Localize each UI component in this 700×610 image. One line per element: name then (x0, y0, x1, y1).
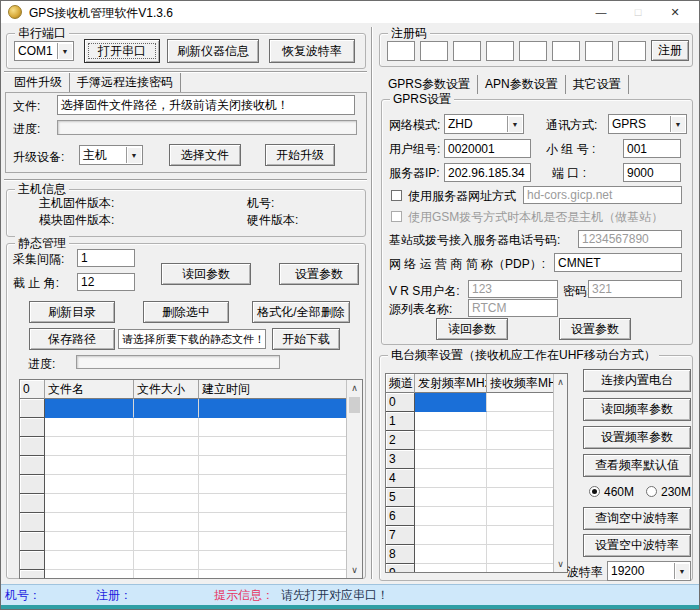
reg-code-box[interactable] (585, 41, 613, 61)
table-cell[interactable] (134, 551, 199, 570)
row-header-cell[interactable] (20, 399, 45, 418)
table-cell[interactable] (199, 456, 347, 475)
com-port-select[interactable]: COM1 ▼ (14, 41, 74, 61)
file-table-row[interactable] (20, 532, 362, 551)
table-cell[interactable] (415, 431, 487, 450)
row-header-cell[interactable] (20, 570, 45, 579)
start-download-button[interactable]: 开始下载 (272, 328, 340, 350)
port-input[interactable]: 9000 (623, 163, 681, 182)
table-cell[interactable] (199, 532, 347, 551)
file-table-row[interactable] (20, 570, 362, 579)
reg-code-box[interactable] (420, 41, 448, 61)
connect-radio-button[interactable]: 连接内置电台 (583, 369, 691, 392)
row-header-cell[interactable] (20, 437, 45, 456)
table-cell[interactable] (487, 393, 555, 412)
table-cell[interactable] (415, 488, 487, 507)
radio-460m[interactable] (589, 486, 600, 497)
comm-mode-select[interactable]: GPRS ▼ (608, 114, 687, 134)
table-cell[interactable] (45, 532, 134, 551)
scroll-up-icon[interactable]: ∧ (554, 374, 567, 390)
static-set-button[interactable]: 设置参数 (279, 263, 359, 285)
set-freq-button[interactable]: 设置频率参数 (583, 426, 691, 449)
close-button[interactable]: ✕ (658, 1, 692, 23)
channel-header-cell[interactable]: 4 (386, 469, 415, 488)
row-header-cell[interactable] (20, 513, 45, 532)
channel-header-cell[interactable]: 9 (386, 564, 415, 573)
file-table-row[interactable] (20, 551, 362, 570)
table-cell[interactable] (134, 494, 199, 513)
server-ip-input[interactable]: 202.96.185.34 (444, 163, 531, 182)
table-cell[interactable] (45, 399, 134, 418)
query-air-baud-button[interactable]: 查询空中波特率 (583, 507, 691, 530)
table-cell[interactable] (45, 513, 134, 532)
chevron-down-icon[interactable]: ▼ (57, 43, 72, 59)
table-cell[interactable] (487, 545, 555, 564)
tab-other-settings[interactable]: 其它设置 (566, 75, 629, 94)
table-cell[interactable] (134, 437, 199, 456)
table-cell[interactable] (45, 437, 134, 456)
channel-header-cell[interactable]: 7 (386, 526, 415, 545)
table-cell[interactable] (134, 475, 199, 494)
channel-header-cell[interactable]: 3 (386, 450, 415, 469)
minimize-button[interactable]: — (584, 1, 618, 23)
chevron-down-icon[interactable]: ▼ (674, 563, 689, 579)
start-upgrade-button[interactable]: 开始升级 (265, 144, 335, 166)
radio-table-scrollbar[interactable]: ∧ ∨ (553, 374, 567, 572)
table-cell[interactable] (199, 494, 347, 513)
table-cell[interactable] (487, 488, 555, 507)
channel-header-cell[interactable]: 1 (386, 412, 415, 431)
table-cell[interactable] (134, 570, 199, 579)
table-cell[interactable] (487, 507, 555, 526)
tab-firmware-upgrade[interactable]: 固件升级 (7, 73, 70, 92)
static-read-button[interactable]: 读回参数 (161, 263, 251, 285)
table-cell[interactable] (415, 564, 487, 573)
table-cell[interactable] (199, 513, 347, 532)
format-delete-all-button[interactable]: 格式化/全部删除 (252, 301, 350, 323)
file-table-row[interactable] (20, 494, 362, 513)
radio-table-row[interactable]: 6 (386, 507, 567, 526)
chevron-down-icon[interactable]: ▼ (126, 147, 141, 163)
table-cell[interactable] (45, 570, 134, 579)
table-cell[interactable] (415, 507, 487, 526)
channel-header-cell[interactable]: 2 (386, 431, 415, 450)
table-cell[interactable] (415, 393, 487, 412)
radio-table-row[interactable]: 2 (386, 431, 567, 450)
file-table-row[interactable] (20, 456, 362, 475)
interval-input[interactable]: 1 (77, 249, 135, 267)
table-cell[interactable] (487, 526, 555, 545)
table-cell[interactable] (199, 437, 347, 456)
save-path-button[interactable]: 保存路径 (29, 328, 115, 350)
scroll-up-icon[interactable]: ∧ (347, 380, 362, 396)
channel-header-cell[interactable]: 6 (386, 507, 415, 526)
table-cell[interactable] (415, 450, 487, 469)
refresh-dir-button[interactable]: 刷新目录 (29, 301, 115, 323)
channel-header-cell[interactable]: 0 (386, 393, 415, 412)
table-cell[interactable] (199, 570, 347, 579)
chevron-down-icon[interactable]: ▼ (670, 116, 685, 132)
register-button[interactable]: 注册 (651, 40, 689, 61)
radio-table-row[interactable]: 8 (386, 545, 567, 564)
radio-table-row[interactable]: 7 (386, 526, 567, 545)
net-mode-select[interactable]: ZHD ▼ (444, 114, 524, 134)
table-cell[interactable] (45, 551, 134, 570)
table-cell[interactable] (134, 418, 199, 437)
row-header-cell[interactable] (20, 418, 45, 437)
reg-code-box[interactable] (387, 41, 415, 61)
table-cell[interactable] (45, 475, 134, 494)
scroll-down-icon[interactable]: ∨ (347, 562, 362, 578)
reg-code-box[interactable] (519, 41, 547, 61)
table-cell[interactable] (134, 399, 199, 418)
firmware-file-input[interactable]: 选择固件文件路径，升级前请关闭接收机！ (57, 95, 355, 115)
gprs-read-button[interactable]: 读回参数 (436, 318, 508, 340)
table-cell[interactable] (134, 532, 199, 551)
row-header-cell[interactable] (20, 551, 45, 570)
table-cell[interactable] (199, 551, 347, 570)
read-freq-button[interactable]: 读回频率参数 (583, 398, 691, 421)
radio-table-row[interactable]: 0 (386, 393, 567, 412)
server-url-checkbox[interactable] (391, 190, 402, 201)
open-serial-button[interactable]: 打开串口 (84, 39, 160, 63)
tab-handbook-password[interactable]: 手簿远程连接密码 (70, 73, 181, 92)
table-cell[interactable] (415, 526, 487, 545)
channel-header-cell[interactable]: 8 (386, 545, 415, 564)
table-cell[interactable] (199, 399, 347, 418)
